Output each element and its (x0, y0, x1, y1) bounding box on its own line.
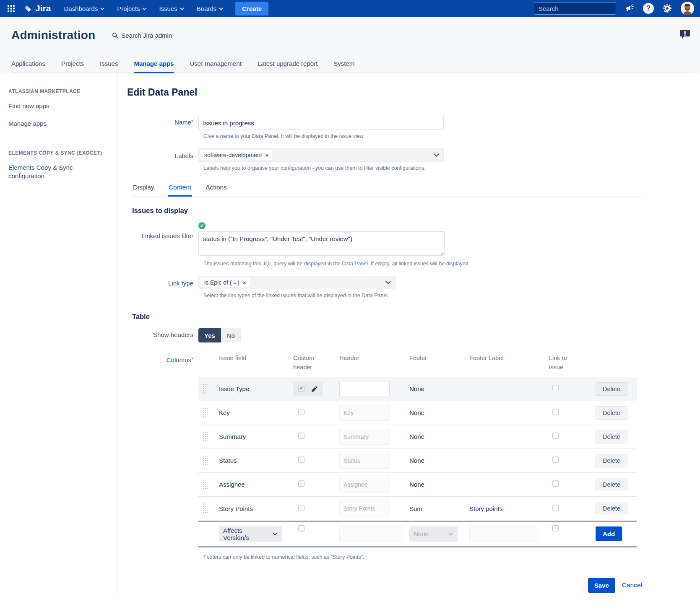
header-input[interactable] (339, 405, 390, 421)
jql-filter-textarea[interactable]: status in ("In Progress", "Under Test", … (198, 231, 445, 256)
add-column-button[interactable]: Add (596, 526, 622, 541)
table-row-assignee: Assignee None Delete (198, 473, 637, 497)
tab-display[interactable]: Display (132, 180, 155, 196)
remove-link-type-icon[interactable]: × (243, 280, 246, 286)
drag-handle-icon[interactable] (203, 384, 208, 394)
announcement-icon[interactable] (624, 3, 635, 14)
delete-button[interactable]: Delete (596, 478, 627, 491)
link-to-issue-checkbox[interactable] (552, 433, 559, 439)
delete-button[interactable]: Delete (596, 406, 627, 420)
add-footer-select[interactable]: None (409, 526, 458, 542)
pencil-icon[interactable] (311, 386, 318, 392)
link-to-issue-checkbox[interactable] (552, 480, 559, 487)
bottom-divider (132, 571, 642, 571)
nav-dashboards[interactable]: Dashboards (58, 0, 110, 17)
admin-search-label: Search Jira admin (121, 32, 172, 39)
delete-button[interactable]: Delete (596, 430, 627, 443)
link-to-issue-checkbox[interactable] (552, 505, 559, 511)
link-to-issue-checkbox[interactable] (552, 385, 559, 391)
issue-field-name: Assignee (215, 481, 293, 488)
footer-value: None (409, 481, 469, 488)
custom-header-checkbox[interactable] (298, 386, 304, 392)
user-avatar[interactable] (681, 2, 694, 15)
create-button[interactable]: Create (235, 2, 268, 16)
footer-label-value: Story points (469, 505, 549, 512)
add-field-select[interactable]: Affects Version/s (219, 526, 282, 542)
jira-logo[interactable]: Jira (20, 3, 57, 13)
drag-handle-icon[interactable] (203, 503, 208, 514)
header-input[interactable] (339, 477, 390, 493)
tab-actions[interactable]: Actions (205, 180, 228, 196)
admin-tab-bar: Applications Projects Issues Manage apps… (11, 56, 690, 73)
drag-handle-icon[interactable] (203, 455, 208, 466)
link-to-issue-checkbox[interactable] (552, 456, 559, 463)
tab-projects[interactable]: Projects (61, 56, 84, 73)
nav-boards[interactable]: Boards (191, 0, 229, 17)
col-footer: Footer (409, 353, 469, 363)
show-headers-yes-button[interactable]: Yes (198, 328, 221, 342)
navbar-search-input[interactable] (539, 5, 622, 12)
nav-dashboards-label: Dashboards (64, 5, 98, 12)
admin-search[interactable]: Search Jira admin (112, 32, 172, 39)
edit-data-panel-title: Edit Data Panel (127, 87, 642, 98)
custom-header-checkbox[interactable] (298, 505, 304, 511)
tab-system[interactable]: System (333, 56, 354, 73)
drag-handle-icon[interactable] (203, 431, 208, 442)
remove-label-icon[interactable]: × (265, 152, 269, 158)
sidebar-item-find-new-apps[interactable]: Find new apps (8, 102, 109, 110)
col-link-to-issue: Link to issue (549, 353, 575, 372)
nav-projects[interactable]: Projects (112, 0, 152, 17)
drag-handle-icon[interactable] (203, 407, 208, 418)
columns-table: Issue field Custom header Header Footer … (198, 353, 637, 547)
sidebar-item-exocet-configuration[interactable]: Elements Copy & Sync configuration (8, 163, 92, 181)
navbar-search[interactable] (534, 2, 616, 15)
link-type-chip-text: is Epic of (→) (204, 279, 239, 286)
save-button[interactable]: Save (588, 578, 615, 593)
tab-manage-apps[interactable]: Manage apps (134, 56, 174, 73)
custom-header-checkbox[interactable] (298, 409, 304, 415)
chevron-down-icon (142, 8, 146, 10)
add-custom-header-checkbox[interactable] (298, 525, 304, 532)
add-footer-label-input[interactable] (469, 526, 536, 542)
custom-header-checkbox[interactable] (298, 456, 304, 463)
tab-user-management[interactable]: User management (190, 56, 241, 73)
add-link-to-issue-checkbox[interactable] (552, 525, 559, 532)
footer-value: None (409, 433, 469, 440)
table-heading: Table (132, 313, 642, 321)
link-type-select[interactable]: is Epic of (→) × (198, 276, 396, 289)
chevron-down-icon (448, 532, 453, 536)
label-chip: software-development × (200, 150, 272, 160)
show-headers-no-button[interactable]: No (221, 328, 241, 342)
required-marker: * (191, 119, 193, 125)
col-header: Header (336, 353, 409, 363)
tab-latest-upgrade-report[interactable]: Latest upgrade report (258, 56, 317, 73)
table-add-row: Affects Version/s None (198, 521, 637, 547)
header-input[interactable] (339, 381, 390, 397)
header-input[interactable] (339, 429, 390, 445)
feedback-bubble-icon[interactable] (680, 29, 690, 41)
nav-issues[interactable]: Issues (154, 0, 189, 17)
add-header-input[interactable] (339, 526, 402, 542)
app-switcher-icon[interactable] (4, 3, 18, 15)
tab-content[interactable]: Content (168, 180, 192, 197)
link-to-issue-checkbox[interactable] (552, 409, 559, 415)
labels-select[interactable]: software-development × (198, 148, 444, 162)
required-marker: * (191, 356, 193, 363)
cancel-link[interactable]: Cancel (622, 581, 642, 589)
delete-button[interactable]: Delete (596, 502, 627, 515)
drag-handle-icon[interactable] (203, 479, 208, 490)
sidebar-heading-exocet: ELEMENTS COPY & SYNC (EXOCET) (8, 150, 109, 156)
header-input[interactable] (339, 453, 390, 469)
help-icon[interactable]: ? (643, 3, 654, 14)
header-input[interactable] (339, 500, 390, 516)
sidebar-item-manage-apps[interactable]: Manage apps (8, 119, 109, 128)
custom-header-checkbox[interactable] (298, 433, 304, 439)
custom-header-checkbox[interactable] (298, 480, 304, 487)
delete-button[interactable]: Delete (596, 454, 627, 467)
tab-applications[interactable]: Applications (11, 56, 45, 73)
tab-issues[interactable]: Issues (100, 56, 118, 73)
brand-label: Jira (35, 3, 51, 13)
settings-gear-icon[interactable] (661, 3, 673, 14)
delete-button[interactable]: Delete (596, 382, 627, 396)
name-input[interactable] (198, 116, 444, 130)
